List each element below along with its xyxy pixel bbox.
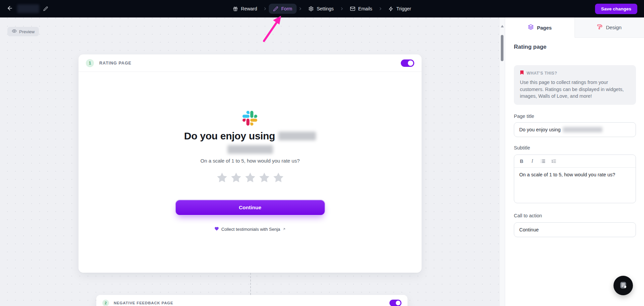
- cta-input[interactable]: [514, 222, 636, 237]
- scroll-up-arrow[interactable]: [501, 23, 504, 29]
- nav-label: Settings: [317, 6, 334, 11]
- rating-page-toggle[interactable]: [401, 59, 414, 67]
- nav-label: Form: [281, 6, 292, 11]
- negative-page-toggle[interactable]: [389, 300, 401, 306]
- preview-subtitle: On a scale of 1 to 5, how would you rate…: [78, 158, 422, 164]
- bold-button[interactable]: B: [517, 157, 526, 166]
- save-changes-button[interactable]: Save changes: [595, 4, 637, 14]
- ordered-list-button[interactable]: [549, 157, 558, 166]
- star-icon[interactable]: [230, 171, 243, 185]
- info-box-body: Use this page to collect ratings from yo…: [520, 79, 630, 100]
- negative-card-label: NEGATIVE FEEDBACK PAGE: [114, 301, 173, 305]
- info-box-title: WHAT'S THIS?: [527, 71, 557, 76]
- arrow-left-icon: [7, 5, 13, 12]
- preview-button[interactable]: Preview: [7, 27, 39, 36]
- star-icon[interactable]: [272, 171, 285, 185]
- subtitle-editor-content[interactable]: On a scale of 1 to 5, how would you rate…: [514, 168, 636, 182]
- eye-icon: [12, 29, 17, 35]
- chevron-right-icon: [378, 6, 383, 11]
- chevron-right-icon: [298, 6, 303, 11]
- star-rating: [78, 171, 422, 185]
- nav-item-form[interactable]: Form: [269, 4, 297, 14]
- subtitle-label: Subtitle: [514, 145, 530, 150]
- layers-icon: [528, 24, 534, 31]
- nav-label: Emails: [358, 6, 372, 11]
- continue-button[interactable]: Continue: [175, 200, 325, 216]
- tab-pages[interactable]: Pages: [505, 17, 575, 38]
- pencil-icon: [273, 6, 278, 11]
- gear-icon: [308, 6, 314, 11]
- back-button[interactable]: [7, 5, 13, 12]
- top-bar: Reward Form Settings Emails: [0, 0, 644, 17]
- canvas-scrollbar[interactable]: [500, 17, 505, 306]
- bullet-list-button[interactable]: [538, 157, 548, 166]
- workspace-name-redacted: [17, 4, 39, 13]
- italic-button[interactable]: I: [528, 157, 537, 166]
- scrollbar-thumb[interactable]: [501, 35, 503, 61]
- nav-item-reward[interactable]: Reward: [228, 4, 261, 14]
- nav-item-settings[interactable]: Settings: [304, 4, 338, 14]
- editor-toolbar: B I: [514, 155, 636, 168]
- panel-heading: Rating page: [514, 44, 546, 50]
- star-icon[interactable]: [244, 171, 257, 185]
- breadcrumb: Reward Form Settings Emails: [228, 0, 415, 17]
- star-icon[interactable]: [258, 171, 271, 185]
- lightning-icon: [388, 6, 393, 11]
- purple-heart-icon: [214, 226, 219, 232]
- cta-label: Call to action: [514, 213, 542, 218]
- rating-card-label: RATING PAGE: [99, 61, 131, 65]
- external-link-icon: [282, 227, 286, 232]
- document-sparkle-icon: [619, 281, 628, 291]
- page-connector-line: [250, 273, 251, 295]
- nav-item-trigger[interactable]: Trigger: [384, 4, 416, 14]
- redacted-company-name: [563, 127, 602, 132]
- info-box: WHAT'S THIS? Use this page to collect ra…: [514, 65, 636, 105]
- tab-design[interactable]: Design: [575, 17, 644, 38]
- form-canvas: Preview 1 RATING PAGE: [0, 17, 505, 306]
- envelope-icon: [350, 6, 355, 11]
- settings-panel: Pages Design Rating page WHAT'S THIS? Us…: [505, 17, 644, 306]
- subtitle-editor[interactable]: B I On a scale of 1 to 5, how would you …: [514, 155, 636, 203]
- slack-logo: [243, 111, 257, 127]
- paint-roller-icon: [597, 24, 602, 31]
- edit-pencil-icon[interactable]: [43, 6, 48, 11]
- senja-branding-link[interactable]: Collect testimonials with Senja: [78, 226, 422, 232]
- rating-page-card: 1 RATING PAGE: [78, 54, 422, 273]
- page-title-label: Page title: [514, 114, 534, 119]
- notes-fab-button[interactable]: [613, 276, 633, 295]
- preview-page-title: Do you enjoy using: [78, 130, 422, 142]
- gift-icon: [233, 6, 238, 11]
- rating-card-preview: Do you enjoy using On a scale of 1 to 5,…: [78, 72, 422, 272]
- nav-label: Trigger: [396, 6, 411, 11]
- redacted-company-name: [278, 132, 316, 140]
- step-badge: 1: [86, 59, 94, 67]
- panel-tabs: Pages Design: [505, 17, 644, 38]
- chevron-right-icon: [339, 6, 344, 11]
- page-title-input[interactable]: Do you enjoy using: [514, 122, 636, 137]
- nav-item-emails[interactable]: Emails: [345, 4, 377, 14]
- chevron-right-icon: [263, 6, 268, 11]
- negative-feedback-card: 2 NEGATIVE FEEDBACK PAGE: [96, 295, 408, 306]
- redacted-title-line2: [227, 145, 273, 154]
- bookmark-icon: [520, 70, 524, 76]
- step-badge: 2: [102, 300, 109, 306]
- rating-card-header: 1 RATING PAGE: [78, 54, 422, 72]
- nav-label: Reward: [241, 6, 257, 11]
- star-icon[interactable]: [216, 171, 228, 185]
